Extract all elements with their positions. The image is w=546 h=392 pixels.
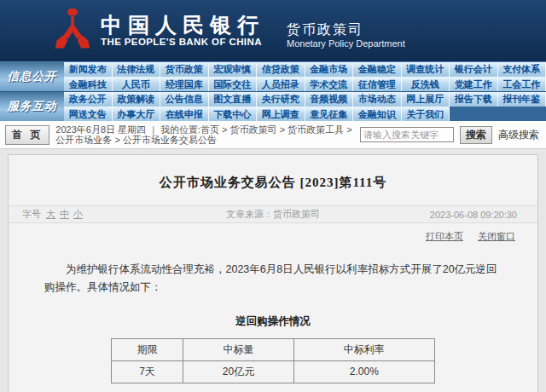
main-nav: 信息公开新闻发布法律法规货币政策宏观审慎信贷政策金融市场金融稳定调查统计银行会计…	[0, 61, 546, 121]
search-area: 搜索 高级搜索	[360, 126, 539, 144]
source-value: 货币政策司	[273, 209, 320, 219]
article-actions: 打印本页 关闭窗口	[9, 223, 537, 243]
nav-section-label[interactable]: 服务互动	[0, 92, 64, 121]
nav-item[interactable]: 图文直播	[209, 92, 258, 107]
font-size-label: 字号	[22, 208, 41, 221]
print-page-link[interactable]: 打印本页	[426, 231, 463, 241]
table-cell: 7天	[112, 360, 183, 383]
table-header-cell: 中标量	[183, 338, 293, 360]
font-size-小[interactable]: 小	[73, 209, 83, 219]
breadcrumb[interactable]: 2023年6月8日 星期四 ｜ 我的位置:首页 > 货币政策司 > 货币政策工具…	[55, 124, 354, 145]
nav-item[interactable]: 金融市场	[305, 62, 354, 77]
article-card: 公开市场业务交易公告 [2023]第111号 字号 大中小 文章来源：货币政策司…	[8, 154, 538, 392]
department-name-cn: 货币政策司	[287, 21, 405, 38]
home-button[interactable]: 首 页	[5, 125, 49, 145]
department-block: 货币政策司 Monetary Policy Department	[287, 13, 405, 49]
table-cell: 20亿元	[183, 360, 293, 383]
site-header: 中国人民银行 THE PEOPLE'S BANK OF CHINA 货币政策司 …	[0, 0, 546, 61]
nav-section-label[interactable]: 信息公开	[0, 62, 64, 91]
nav-item[interactable]: 网上调查	[257, 107, 305, 121]
nav-item[interactable]: 市场动态	[353, 92, 402, 107]
article-meta-bar: 字号 大中小 文章来源：货币政策司 2023-06-08 09:20:30	[9, 205, 537, 223]
nav-item[interactable]: 网送文告	[64, 107, 113, 121]
nav-item[interactable]: 货币政策	[160, 62, 209, 77]
nav-item[interactable]: 人民币	[113, 77, 161, 91]
nav-item[interactable]: 意见征集	[305, 107, 354, 121]
nav-item[interactable]: 宏观审慎	[209, 62, 258, 77]
nav-item[interactable]: 反洗钱	[402, 77, 450, 91]
search-button[interactable]: 搜索	[460, 126, 492, 144]
nav-item[interactable]: 关于我们	[402, 107, 450, 121]
operation-table: 期限中标量中标利率7天20亿元2.00%	[111, 338, 435, 383]
font-size-大[interactable]: 大	[46, 209, 55, 219]
nav-item[interactable]: 支付体系	[498, 62, 546, 77]
article-body: 为维护银行体系流动性合理充裕，2023年6月8日人民银行以利率招标方式开展了20…	[44, 261, 502, 297]
table-header-cell: 中标利率	[293, 338, 434, 360]
search-input[interactable]	[360, 127, 454, 142]
article-timestamp: 2023-06-08 09:20:30	[430, 210, 517, 220]
nav-item[interactable]: 新闻发布	[64, 62, 113, 77]
nav-item[interactable]: 报刊年鉴	[498, 92, 546, 107]
bank-name-block: 中国人民银行 THE PEOPLE'S BANK OF CHINA	[101, 14, 264, 47]
nav-item[interactable]: 法律法规	[113, 62, 161, 77]
operation-table-title: 逆回购操作情况	[9, 314, 537, 329]
nav-item[interactable]: 下载中心	[209, 107, 258, 121]
table-row: 7天20亿元2.00%	[112, 360, 435, 383]
source-label: 文章来源：	[226, 209, 273, 219]
nav-item[interactable]: 国际交往	[209, 77, 258, 91]
nav-item[interactable]: 办事大厅	[113, 107, 161, 121]
bank-name-en: THE PEOPLE'S BANK OF CHINA	[101, 37, 264, 47]
nav-item[interactable]: 银行会计	[450, 62, 498, 77]
page-title: 公开市场业务交易公告 [2023]第111号	[9, 175, 537, 191]
main-content: 公开市场业务交易公告 [2023]第111号 字号 大中小 文章来源：货币政策司…	[0, 149, 546, 392]
nav-item[interactable]: 政务公开	[64, 92, 113, 107]
nav-item[interactable]: 在线申报	[160, 107, 209, 121]
pboc-logo-icon	[53, 8, 92, 54]
nav-item[interactable]: 公告信息	[160, 92, 209, 107]
nav-item[interactable]: 金融稳定	[353, 62, 402, 77]
nav-item[interactable]: 网上展厅	[402, 92, 450, 107]
nav-item[interactable]: 音频视频	[305, 92, 354, 107]
breadcrumb-bar: 首 页 2023年6月8日 星期四 ｜ 我的位置:首页 > 货币政策司 > 货币…	[0, 121, 546, 149]
nav-item[interactable]: 信贷政策	[257, 62, 305, 77]
nav-item[interactable]: 金融科技	[64, 77, 113, 91]
nav-item[interactable]: 报告下载	[450, 92, 498, 107]
nav-item[interactable]: 人员招录	[257, 77, 305, 91]
font-size-controls: 字号 大中小	[22, 208, 87, 221]
nav-item[interactable]: 经理国库	[160, 77, 209, 91]
nav-item[interactable]: 工会工作	[498, 77, 546, 91]
table-cell: 2.00%	[293, 360, 434, 383]
nav-section: 信息公开新闻发布法律法规货币政策宏观审慎信贷政策金融市场金融稳定调查统计银行会计…	[0, 61, 546, 91]
nav-item[interactable]: 央行研究	[257, 92, 305, 107]
nav-item[interactable]: 政策解读	[113, 92, 161, 107]
nav-item[interactable]: 党建工作	[450, 77, 498, 91]
table-header-cell: 期限	[112, 338, 183, 360]
nav-item[interactable]: 征信管理	[353, 77, 402, 91]
nav-item[interactable]: 金融知识	[353, 107, 402, 121]
department-name-en: Monetary Policy Department	[287, 38, 405, 49]
advanced-search-link[interactable]: 高级搜索	[498, 128, 539, 142]
nav-section: 服务互动政务公开政策解读公告信息图文直播央行研究音频视频市场动态网上展厅报告下载…	[0, 91, 546, 121]
close-window-link[interactable]: 关闭窗口	[478, 231, 515, 241]
nav-item[interactable]: 调查统计	[402, 62, 450, 77]
nav-item[interactable]: 学术交流	[305, 77, 354, 91]
bank-name-cn: 中国人民银行	[101, 14, 264, 37]
font-size-中[interactable]: 中	[60, 209, 69, 219]
